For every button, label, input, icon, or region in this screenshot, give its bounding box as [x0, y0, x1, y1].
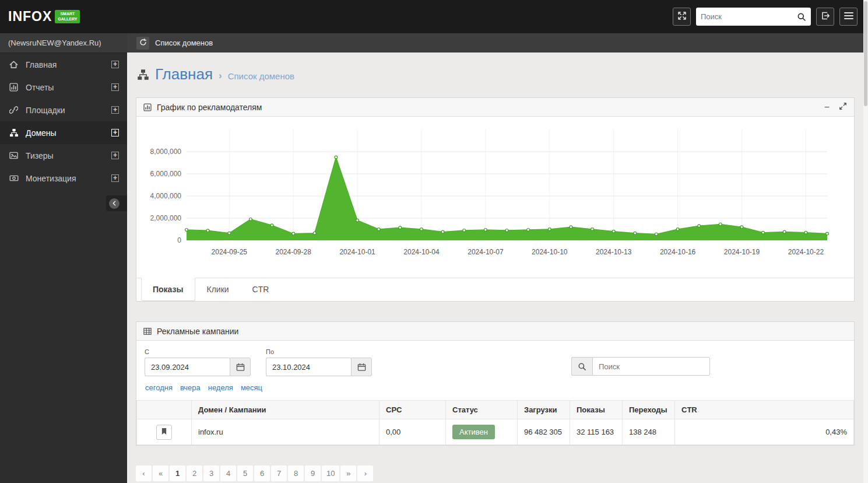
logo-badge-line2: GALLERY	[58, 17, 77, 22]
breadcrumb-separator: ›	[219, 68, 222, 82]
date-from-input[interactable]	[145, 358, 230, 376]
cell-shows: 32 115 163	[570, 419, 623, 445]
pagination-first[interactable]: «	[153, 466, 168, 481]
svg-text:2024-10-10: 2024-10-10	[532, 248, 568, 256]
pagination-page-6[interactable]: 6	[254, 466, 270, 481]
bookmark-button[interactable]	[156, 425, 172, 440]
pagination-page-3[interactable]: 3	[203, 466, 219, 481]
topbar-search-input[interactable]	[701, 12, 797, 21]
menu-button[interactable]	[839, 8, 858, 26]
pagination-page-9[interactable]: 9	[305, 466, 321, 481]
pagination-next[interactable]: ›	[357, 466, 373, 481]
column-header-shows: Показы	[570, 401, 623, 419]
sidebar-collapse-button[interactable]	[106, 195, 127, 211]
pagination-page-8[interactable]: 8	[288, 466, 304, 481]
collapse-panel-button[interactable]: −	[824, 103, 830, 112]
pagination-prev[interactable]: ‹	[136, 466, 152, 481]
quick-link-yesterday[interactable]: вчера	[180, 383, 201, 392]
campaigns-panel-title: Рекламные кампании	[157, 327, 238, 336]
pagination-last[interactable]: »	[340, 466, 356, 481]
campaigns-table: Домен / Кампании CPC Статус Загрузки Пок…	[136, 400, 854, 445]
refresh-button[interactable]	[136, 37, 149, 50]
sidebar: (NewsruNEW@Yandex.Ru) Главная + Отчеты +	[0, 33, 127, 483]
cell-domain[interactable]: infox.ru	[192, 419, 379, 445]
top-navbar: INFOX SMART GALLERY	[0, 0, 863, 33]
campaigns-search-input[interactable]	[592, 357, 710, 376]
campaigns-panel-header: Рекламные кампании	[136, 322, 854, 341]
logout-icon	[821, 11, 830, 22]
infox-logo[interactable]: INFOX SMART GALLERY	[0, 9, 127, 24]
date-to-group: По	[266, 348, 372, 376]
topbar-search	[696, 8, 811, 26]
svg-text:2,000,000: 2,000,000	[150, 214, 182, 222]
pagination-page-4[interactable]: 4	[220, 466, 236, 481]
quick-link-week[interactable]: неделя	[208, 383, 233, 392]
scrollbar-thumb[interactable]	[864, 1, 867, 106]
bookmark-icon	[161, 428, 167, 437]
pagination-page-2[interactable]: 2	[187, 466, 202, 481]
quick-date-links: сегодня вчера неделя месяц	[145, 383, 846, 392]
campaigns-filters: С По	[136, 341, 854, 392]
fullscreen-button[interactable]	[673, 8, 691, 26]
sidebar-item-home[interactable]: Главная +	[0, 53, 127, 76]
sidebar-item-platforms[interactable]: Площадки +	[0, 99, 127, 121]
sidebar-item-label: Домены	[26, 128, 57, 138]
sidebar-item-reports[interactable]: Отчеты +	[0, 76, 127, 99]
campaigns-search-group	[571, 357, 710, 376]
sidebar-item-label: Отчеты	[26, 83, 54, 92]
calendar-icon[interactable]	[230, 358, 251, 376]
svg-text:4,000,000: 4,000,000	[150, 192, 182, 200]
logout-button[interactable]	[816, 8, 834, 26]
expand-panel-button[interactable]	[839, 102, 847, 112]
logo-text: INFOX	[8, 9, 52, 24]
sitemap-icon	[9, 128, 26, 137]
context-bar: Список доменов	[127, 33, 863, 52]
svg-text:2024-10-22: 2024-10-22	[788, 248, 824, 256]
column-header-loads: Загрузки	[518, 401, 570, 419]
status-badge: Активен	[452, 425, 495, 439]
advertiser-chart-panel: График по рекламодателям − 02,000,0004,0…	[136, 97, 855, 302]
date-to-label: По	[266, 348, 372, 355]
context-title: Список доменов	[155, 38, 213, 47]
breadcrumb-root[interactable]: Главная	[155, 65, 213, 83]
sidebar-item-label: Тизеры	[26, 151, 54, 160]
sidebar-item-teasers[interactable]: Тизеры +	[0, 144, 127, 167]
breadcrumb-current[interactable]: Список доменов	[228, 68, 294, 81]
search-icon[interactable]	[571, 357, 592, 376]
column-header-ctr: CTR	[675, 401, 854, 419]
search-icon[interactable]	[797, 12, 806, 22]
quick-link-month[interactable]: месяц	[241, 383, 262, 392]
svg-text:8,000,000: 8,000,000	[150, 148, 182, 156]
tab-shows[interactable]: Показы	[141, 278, 195, 301]
pagination-page-1[interactable]: 1	[170, 466, 185, 481]
quick-link-today[interactable]: сегодня	[145, 383, 173, 392]
chart-panel-header: График по рекламодателям −	[136, 98, 854, 117]
svg-text:6,000,000: 6,000,000	[150, 170, 182, 178]
expand-plus-icon[interactable]: +	[111, 174, 119, 182]
sidebar-item-label: Площадки	[26, 106, 65, 115]
expand-plus-icon[interactable]: +	[111, 83, 119, 91]
pagination-page-10[interactable]: 10	[322, 466, 339, 481]
calendar-icon[interactable]	[351, 358, 372, 376]
money-icon	[9, 174, 26, 183]
expand-plus-icon[interactable]: +	[111, 152, 119, 159]
page-scrollbar[interactable]	[863, 0, 868, 483]
date-to-input[interactable]	[266, 358, 351, 376]
expand-plus-icon[interactable]: +	[111, 106, 119, 114]
tab-ctr[interactable]: CTR	[241, 278, 281, 301]
column-header-status: Статус	[446, 401, 518, 419]
cell-cpc: 0,00	[379, 419, 446, 445]
sidebar-item-domains[interactable]: Домены +	[0, 121, 127, 144]
chart-panel-title: График по рекламодателям	[157, 103, 262, 112]
cell-ctr: 0,43%	[675, 419, 854, 445]
bar-chart-icon	[143, 103, 152, 111]
pagination-page-5[interactable]: 5	[237, 466, 253, 481]
expand-plus-icon[interactable]: +	[111, 129, 119, 136]
column-header-bookmark	[137, 401, 192, 419]
sidebar-item-monetization[interactable]: Монетизация +	[0, 167, 127, 190]
tab-clicks[interactable]: Клики	[195, 278, 241, 301]
chart-tabs: Показы Клики CTR	[136, 278, 854, 301]
table-header-row: Домен / Кампании CPC Статус Загрузки Пок…	[137, 401, 854, 419]
expand-plus-icon[interactable]: +	[111, 61, 119, 68]
pagination-page-7[interactable]: 7	[271, 466, 287, 481]
